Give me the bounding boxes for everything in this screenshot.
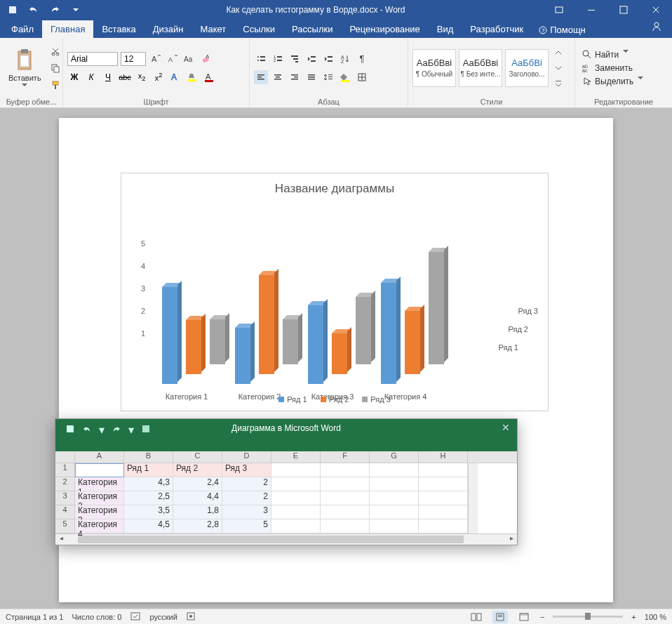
tab-developer[interactable]: Разработчик — [462, 20, 532, 38]
col-header[interactable]: C — [173, 451, 222, 463]
ribbon-display-icon[interactable] — [543, 0, 575, 20]
bullets-icon[interactable] — [254, 52, 268, 66]
italic-icon[interactable]: К — [84, 70, 98, 84]
col-header[interactable]: A — [75, 451, 124, 463]
cell[interactable]: 2,5 — [124, 491, 173, 505]
cell[interactable]: 3,5 — [124, 505, 173, 519]
font-name-input[interactable] — [67, 52, 118, 66]
cell[interactable]: 1,8 — [173, 505, 222, 519]
align-center-icon[interactable] — [271, 70, 285, 84]
highlight-icon[interactable] — [185, 70, 199, 84]
redo-icon[interactable] — [48, 3, 62, 17]
tab-mailings[interactable]: Рассылки — [283, 20, 341, 38]
change-case-icon[interactable]: Aa — [182, 52, 196, 66]
row-header[interactable]: 4 — [55, 505, 75, 519]
copy-icon[interactable] — [48, 61, 62, 75]
borders-icon[interactable] — [355, 70, 369, 84]
style-heading1[interactable]: АаБбВіЗаголово... — [505, 49, 549, 87]
cell[interactable] — [419, 519, 468, 533]
qat-dropdown-icon[interactable] — [69, 3, 83, 17]
format-painter-icon[interactable] — [48, 78, 62, 92]
cell[interactable] — [419, 463, 468, 477]
style-nospacing[interactable]: АаБбВві¶ Без инте... — [459, 49, 502, 87]
row-header[interactable]: 5 — [55, 519, 75, 533]
cell[interactable] — [419, 505, 468, 519]
tab-insert[interactable]: Вставка — [93, 20, 144, 38]
cell[interactable] — [370, 491, 419, 505]
underline-icon[interactable]: Ч — [101, 70, 115, 84]
shrink-font-icon[interactable]: A — [166, 52, 180, 66]
cell[interactable] — [321, 463, 370, 477]
styles-more-down-icon[interactable] — [551, 61, 565, 75]
cell[interactable]: Ряд 2 — [173, 463, 222, 477]
maximize-icon[interactable] — [607, 0, 640, 20]
cell[interactable] — [321, 505, 370, 519]
cell[interactable] — [75, 463, 124, 477]
cell[interactable] — [271, 505, 321, 519]
status-language[interactable]: русский — [149, 613, 177, 621]
increase-indent-icon[interactable] — [321, 52, 335, 66]
status-page[interactable]: Страница 1 из 1 — [6, 613, 63, 621]
cell[interactable] — [271, 519, 321, 533]
bold-icon[interactable]: Ж — [67, 70, 81, 84]
spellcheck-icon[interactable] — [130, 611, 141, 623]
col-header[interactable]: D — [222, 451, 271, 463]
font-size-input[interactable] — [121, 52, 146, 66]
subscript-icon[interactable]: x2 — [135, 70, 149, 84]
zoom-slider[interactable] — [553, 616, 623, 618]
shading-icon[interactable] — [338, 70, 352, 84]
cell[interactable]: Ряд 3 — [222, 463, 271, 477]
cell[interactable] — [370, 477, 419, 491]
status-words[interactable]: Число слов: 0 — [72, 613, 121, 621]
cell[interactable]: 4,3 — [124, 477, 173, 491]
cell[interactable]: Ряд 1 — [124, 463, 173, 477]
row-header[interactable]: 2 — [55, 477, 75, 491]
cell[interactable]: 5 — [222, 519, 271, 533]
styles-more-icon[interactable] — [551, 77, 565, 91]
excel-grid[interactable]: ABCDEFGH1Ряд 1Ряд 2Ряд 32Категория 14,32… — [55, 451, 517, 533]
decrease-indent-icon[interactable] — [304, 52, 318, 66]
sort-icon[interactable]: AZ — [338, 52, 352, 66]
align-right-icon[interactable] — [288, 70, 302, 84]
cell[interactable]: 2 — [222, 477, 271, 491]
col-header[interactable]: G — [370, 451, 419, 463]
undo-icon[interactable] — [27, 3, 41, 17]
select-button[interactable]: Выделить — [579, 76, 650, 87]
superscript-icon[interactable]: x2 — [152, 70, 166, 84]
cell[interactable]: 4,4 — [173, 491, 222, 505]
styles-more-up-icon[interactable] — [551, 46, 565, 60]
numbering-icon[interactable]: 12 — [271, 52, 285, 66]
zoom-level[interactable]: 100 % — [645, 613, 666, 621]
save-icon[interactable] — [6, 3, 20, 17]
tell-me[interactable]: ?Помощн — [532, 22, 593, 38]
tab-design[interactable]: Дизайн — [145, 20, 192, 38]
zoom-in-icon[interactable]: + — [631, 613, 636, 621]
cell[interactable]: Категория 3 — [75, 505, 124, 519]
cell[interactable] — [419, 491, 468, 505]
row-header[interactable]: 3 — [55, 491, 75, 505]
font-color-icon[interactable]: A — [202, 70, 216, 84]
col-header[interactable]: F — [321, 451, 370, 463]
minimize-icon[interactable] — [575, 0, 607, 20]
cell[interactable] — [271, 491, 321, 505]
cell[interactable]: 2,4 — [173, 477, 222, 491]
tab-home[interactable]: Главная — [42, 20, 93, 38]
line-spacing-icon[interactable] — [321, 70, 335, 84]
tab-file[interactable]: Файл — [3, 20, 42, 38]
cell[interactable]: 2 — [222, 491, 271, 505]
close-icon[interactable] — [640, 0, 672, 20]
text-effects-icon[interactable]: A — [168, 70, 182, 84]
cell[interactable] — [321, 477, 370, 491]
multilevel-icon[interactable] — [288, 52, 302, 66]
cell[interactable] — [370, 519, 419, 533]
share-icon[interactable] — [641, 18, 672, 38]
cell[interactable]: Категория 1 — [75, 477, 124, 491]
strikethrough-icon[interactable]: abc — [118, 70, 132, 84]
align-left-icon[interactable] — [254, 70, 268, 84]
find-button[interactable]: Найти — [579, 49, 650, 60]
print-layout-icon[interactable] — [492, 611, 508, 623]
tab-view[interactable]: Вид — [429, 20, 462, 38]
col-header[interactable]: B — [124, 451, 173, 463]
cell[interactable] — [370, 463, 419, 477]
excel-hscroll[interactable]: ◂▸ — [55, 533, 517, 545]
